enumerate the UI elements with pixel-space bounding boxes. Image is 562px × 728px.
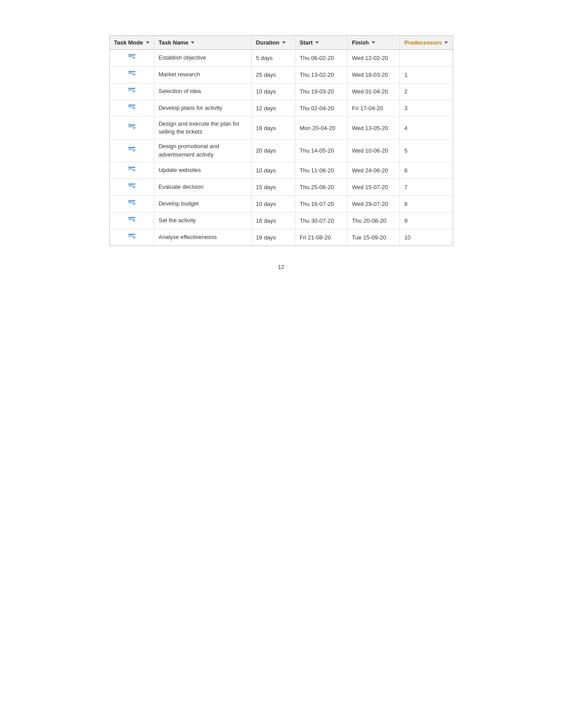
start-cell: Mon 20-04-20 — [295, 117, 347, 139]
task-mode-cell — [110, 117, 154, 139]
predecessors-cell: 4 — [400, 117, 453, 139]
task-mode-icon — [127, 219, 136, 226]
col-header-duration[interactable]: Duration — [251, 36, 295, 50]
svg-marker-8 — [133, 90, 136, 93]
predecessors-label: Predecessors — [404, 39, 442, 46]
start-cell: Thu 11-06-20 — [295, 162, 347, 179]
table-row: Develop budget10 daysThu 16-07-20Wed 29-… — [110, 195, 453, 212]
svg-rect-7 — [128, 90, 133, 91]
task-mode-cell — [110, 195, 154, 212]
table-row: Market research25 daysThu 13-02-20Wed 18… — [110, 67, 453, 83]
task-mode-cell — [110, 100, 154, 117]
task-mode-cell — [110, 83, 154, 100]
svg-rect-0 — [128, 54, 135, 56]
task-mode-cell — [110, 229, 154, 246]
finish-sort-icon[interactable] — [372, 41, 375, 44]
col-header-finish[interactable]: Finish — [347, 36, 400, 50]
finish-cell: Wed 10-06-20 — [347, 139, 400, 162]
svg-rect-30 — [128, 234, 135, 235]
svg-rect-4 — [128, 73, 133, 74]
task-mode-label: Task Mode — [114, 39, 143, 46]
svg-rect-13 — [128, 126, 133, 127]
predecessors-cell: 6 — [400, 162, 453, 179]
svg-marker-11 — [133, 107, 136, 109]
task-mode-cell — [110, 67, 154, 83]
task-mode-cell — [110, 162, 154, 179]
task-mode-icon — [127, 149, 136, 156]
finish-cell: Wed 18-03-20 — [347, 67, 400, 83]
task-name-cell: Establish objective — [154, 50, 251, 67]
start-cell: Fri 21-08-20 — [295, 229, 347, 246]
predecessors-cell: 2 — [400, 83, 453, 100]
predecessors-cell: 8 — [400, 195, 453, 212]
start-cell: Thu 06-02-20 — [295, 50, 347, 67]
table-row: Establish objective5 daysThu 06-02-20Wed… — [110, 50, 453, 67]
svg-rect-31 — [128, 235, 133, 236]
col-header-task-name[interactable]: Task Name — [154, 36, 251, 50]
predecessors-cell: 5 — [400, 139, 453, 162]
task-mode-icon — [127, 107, 136, 113]
col-header-task-mode[interactable]: Task Mode — [110, 36, 154, 50]
predecessors-sort-icon[interactable] — [444, 41, 448, 44]
svg-rect-25 — [128, 202, 133, 203]
task-name-cell: Develop plans for activity — [154, 100, 251, 117]
finish-label: Finish — [352, 39, 368, 46]
finish-cell: Wed 24-06-20 — [347, 162, 400, 179]
task-mode-cell — [110, 179, 154, 195]
duration-cell: 18 days — [251, 117, 295, 139]
page-container: Task Mode Task Name Duration — [0, 0, 562, 728]
svg-marker-29 — [133, 219, 136, 222]
task-mode-sort-icon[interactable] — [146, 41, 149, 44]
svg-rect-3 — [128, 71, 135, 72]
svg-rect-6 — [128, 88, 135, 89]
duration-label: Duration — [256, 39, 279, 46]
predecessors-cell: 7 — [400, 179, 453, 195]
svg-rect-16 — [128, 149, 133, 150]
duration-cell: 25 days — [251, 67, 295, 83]
svg-rect-9 — [128, 105, 135, 106]
start-cell: Thu 13-02-20 — [295, 67, 347, 83]
task-name-cell: Analyse effectivenesss — [154, 229, 251, 246]
task-mode-icon — [127, 236, 136, 243]
start-sort-icon[interactable] — [315, 41, 319, 44]
finish-cell: Wed 13-05-20 — [347, 117, 400, 139]
svg-marker-23 — [133, 186, 136, 188]
table-wrapper: Task Mode Task Name Duration — [109, 35, 453, 246]
svg-rect-27 — [128, 217, 135, 218]
col-header-start[interactable]: Start — [295, 36, 347, 50]
start-cell: Thu 14-05-20 — [295, 139, 347, 162]
duration-cell: 16 days — [251, 212, 295, 229]
task-name-cell: Develop budget — [154, 195, 251, 212]
finish-cell: Thu 20-08-20 — [347, 212, 400, 229]
task-mode-icon — [127, 202, 136, 209]
svg-rect-28 — [128, 219, 133, 220]
table-row: Set the activity16 daysThu 30-07-20Thu 2… — [110, 212, 453, 229]
start-cell: Thu 25-06-20 — [295, 179, 347, 195]
task-name-cell: Update websites — [154, 162, 251, 179]
svg-marker-20 — [133, 169, 136, 172]
start-cell: Thu 30-07-20 — [295, 212, 347, 229]
task-name-cell: Market research — [154, 67, 251, 83]
task-name-cell: Evaluate decision — [154, 179, 251, 195]
task-name-cell: Selection of idea — [154, 83, 251, 100]
finish-cell: Wed 01-04-20 — [347, 83, 400, 100]
finish-cell: Wed 12-02-20 — [347, 50, 400, 67]
task-mode-icon — [127, 56, 136, 63]
task-name-label: Task Name — [159, 39, 189, 46]
start-cell: Thu 16-07-20 — [295, 195, 347, 212]
task-mode-icon — [127, 186, 136, 192]
table-row: Selection of idea10 daysThu 19-03-20Wed … — [110, 83, 453, 100]
table-header-row: Task Mode Task Name Duration — [110, 36, 453, 50]
task-name-sort-icon[interactable] — [191, 41, 194, 44]
svg-marker-32 — [133, 236, 136, 239]
duration-cell: 10 days — [251, 83, 295, 100]
svg-rect-19 — [128, 168, 133, 169]
duration-cell: 18 days — [251, 229, 295, 246]
duration-sort-icon[interactable] — [282, 41, 286, 44]
svg-rect-10 — [128, 107, 133, 108]
table-row: Develop plans for activity12 daysThu 02-… — [110, 100, 453, 117]
task-mode-icon — [127, 127, 136, 133]
col-header-predecessors[interactable]: Predecessors — [400, 36, 453, 50]
svg-rect-18 — [128, 167, 135, 168]
finish-cell: Fri 17-04-20 — [347, 100, 400, 117]
